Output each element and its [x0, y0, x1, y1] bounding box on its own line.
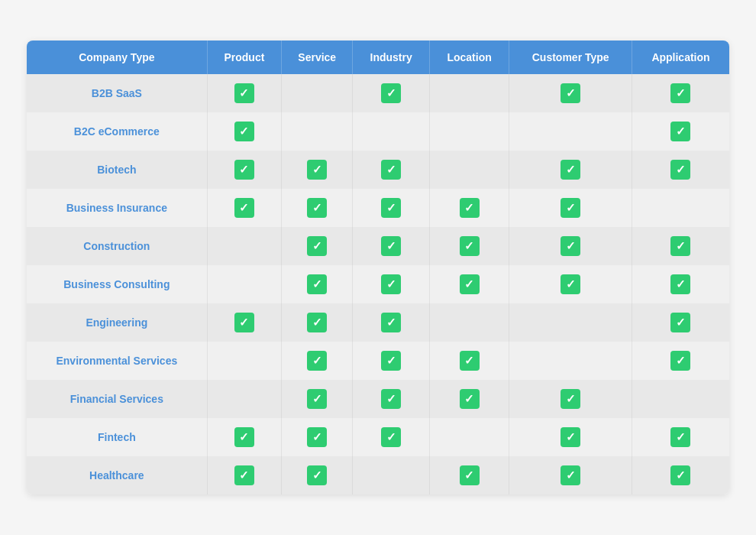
table-row: Environmental Services✓✓✓✓ [27, 342, 729, 380]
cell-industry: ✓ [353, 74, 429, 112]
cell-location: ✓ [429, 342, 509, 380]
check-icon: ✓ [381, 274, 401, 294]
cell-product: ✓ [207, 189, 281, 227]
check-icon: ✓ [561, 198, 580, 218]
cell-service: ✓ [282, 151, 353, 189]
cell-application [632, 189, 729, 227]
company-name-cell: Biotech [27, 151, 207, 189]
table-row: B2C eCommerce✓✓ [27, 112, 729, 151]
cell-customer_type [509, 342, 632, 380]
column-header-product: Product [207, 41, 281, 74]
check-icon: ✓ [234, 160, 254, 180]
check-icon: ✓ [307, 236, 327, 256]
check-icon: ✓ [234, 427, 254, 447]
cell-industry [353, 456, 429, 494]
cell-location: ✓ [429, 456, 509, 494]
check-icon: ✓ [307, 198, 327, 218]
check-icon: ✓ [670, 274, 690, 294]
cell-service: ✓ [282, 456, 353, 494]
cell-industry: ✓ [353, 189, 429, 227]
cell-service: ✓ [282, 303, 353, 342]
check-icon: ✓ [381, 83, 401, 103]
cell-industry: ✓ [353, 342, 429, 380]
check-icon: ✓ [670, 427, 690, 447]
check-icon: ✓ [381, 160, 401, 180]
check-icon: ✓ [381, 313, 401, 332]
cell-customer_type: ✓ [509, 456, 632, 494]
company-name-cell: Engineering [27, 303, 207, 342]
check-icon: ✓ [460, 465, 480, 485]
check-icon: ✓ [670, 351, 690, 371]
check-icon: ✓ [381, 351, 401, 371]
company-name-cell: Fintech [27, 418, 207, 456]
cell-service: ✓ [282, 418, 353, 456]
company-name-cell: B2C eCommerce [27, 112, 207, 151]
cell-location [429, 112, 509, 151]
check-icon: ✓ [381, 236, 401, 256]
check-icon: ✓ [234, 313, 254, 332]
company-name-cell: Environmental Services [27, 342, 207, 380]
company-name-cell: Financial Services [27, 380, 207, 418]
cell-service [282, 74, 353, 112]
cell-customer_type: ✓ [509, 74, 632, 112]
cell-application: ✓ [632, 151, 729, 189]
cell-industry: ✓ [353, 227, 429, 265]
column-header-location: Location [429, 41, 509, 74]
cell-product: ✓ [207, 74, 281, 112]
cell-customer_type: ✓ [509, 380, 632, 418]
check-icon: ✓ [670, 465, 690, 485]
cell-industry: ✓ [353, 265, 429, 303]
cell-service: ✓ [282, 342, 353, 380]
cell-industry: ✓ [353, 418, 429, 456]
check-icon: ✓ [670, 313, 690, 332]
check-icon: ✓ [381, 389, 401, 409]
check-icon: ✓ [307, 465, 327, 485]
check-icon: ✓ [670, 83, 690, 103]
check-icon: ✓ [234, 198, 254, 218]
cell-location [429, 303, 509, 342]
cell-product [207, 265, 281, 303]
cell-industry: ✓ [353, 380, 429, 418]
column-header-application: Application [632, 41, 729, 74]
cell-industry: ✓ [353, 303, 429, 342]
company-name-cell: B2B SaaS [27, 74, 207, 112]
cell-customer_type [509, 303, 632, 342]
cell-customer_type: ✓ [509, 151, 632, 189]
column-header-customer_type: Customer Type [509, 41, 632, 74]
check-icon: ✓ [460, 236, 480, 256]
table-row: Business Consulting✓✓✓✓✓ [27, 265, 729, 303]
table-row: B2B SaaS✓✓✓✓ [27, 74, 729, 112]
cell-customer_type: ✓ [509, 227, 632, 265]
cell-product: ✓ [207, 151, 281, 189]
table-row: Healthcare✓✓✓✓✓ [27, 456, 729, 494]
cell-service: ✓ [282, 189, 353, 227]
cell-customer_type: ✓ [509, 418, 632, 456]
cell-service: ✓ [282, 265, 353, 303]
check-icon: ✓ [561, 389, 580, 409]
cell-location [429, 74, 509, 112]
cell-application: ✓ [632, 227, 729, 265]
check-icon: ✓ [307, 389, 327, 409]
check-icon: ✓ [670, 160, 690, 180]
column-header-company_type: Company Type [27, 41, 207, 74]
check-icon: ✓ [561, 236, 580, 256]
table-row: Biotech✓✓✓✓✓ [27, 151, 729, 189]
table-row: Business Insurance✓✓✓✓✓ [27, 189, 729, 227]
check-icon: ✓ [307, 274, 327, 294]
comparison-table: Company TypeProductServiceIndustryLocati… [27, 41, 729, 494]
cell-application: ✓ [632, 456, 729, 494]
cell-application: ✓ [632, 303, 729, 342]
cell-application: ✓ [632, 112, 729, 151]
check-icon: ✓ [561, 427, 580, 447]
check-icon: ✓ [234, 465, 254, 485]
check-icon: ✓ [670, 122, 690, 141]
cell-application: ✓ [632, 342, 729, 380]
cell-location: ✓ [429, 265, 509, 303]
cell-product: ✓ [207, 303, 281, 342]
cell-product [207, 342, 281, 380]
table-row: Engineering✓✓✓✓ [27, 303, 729, 342]
cell-customer_type: ✓ [509, 189, 632, 227]
company-name-cell: Construction [27, 227, 207, 265]
cell-product [207, 380, 281, 418]
cell-service: ✓ [282, 227, 353, 265]
